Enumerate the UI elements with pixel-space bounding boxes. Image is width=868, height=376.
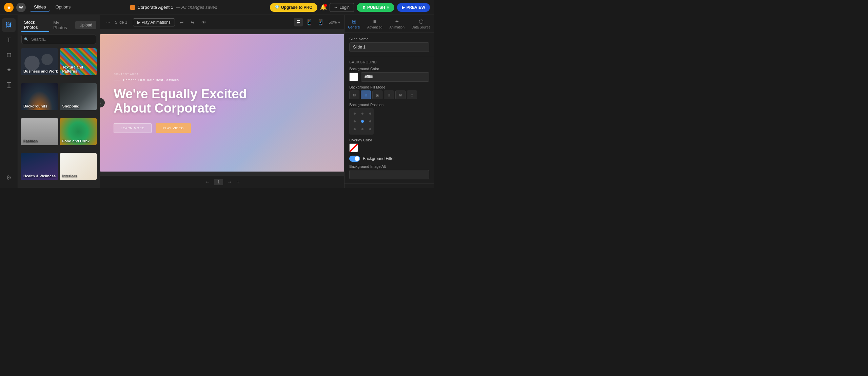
pos-topcenter[interactable] <box>359 110 366 117</box>
category-health-wellness[interactable]: Health & Wellness <box>21 153 58 180</box>
bg-filter-label: Background Filter <box>363 156 395 161</box>
notification-button[interactable]: 🔔 <box>320 4 327 11</box>
login-icon: → <box>334 5 338 10</box>
slide-name-input[interactable] <box>349 42 429 52</box>
pos-center[interactable] <box>359 118 366 125</box>
tab-advanced[interactable]: ≡ Advanced <box>364 17 385 31</box>
sidebar-item-images[interactable]: ⊡ <box>2 48 16 62</box>
upload-button[interactable]: Upload <box>75 21 96 29</box>
search-input[interactable] <box>21 35 96 44</box>
search-wrap: 🔍 <box>21 35 96 44</box>
pos-topright[interactable] <box>367 110 374 117</box>
slide-headline: We're Equally Excited About Corporate <box>114 87 331 116</box>
icon-sidebar: 🖼 T ⊡ ✦ T̲ ⚙ <box>0 15 18 188</box>
fill-mode-btn-2[interactable]: ▣ <box>372 91 382 99</box>
bg-color-swatch[interactable] <box>349 73 358 81</box>
publish-icon: ⬆ <box>362 5 366 10</box>
pos-midleft[interactable] <box>351 118 358 125</box>
search-icon: 🔍 <box>24 37 29 42</box>
undo-button[interactable]: ↩ <box>178 18 186 26</box>
zoom-control[interactable]: 50% ▾ <box>329 20 340 25</box>
preview-eye-button[interactable]: 👁 <box>199 18 208 26</box>
publish-status-dot <box>387 6 389 8</box>
file-name: Corporate Agent 1 <box>138 5 174 10</box>
slide-name-label: Slide Name <box>349 37 429 41</box>
category-business-and-work[interactable]: Business and Work <box>21 48 58 75</box>
category-texture-and-patterns[interactable]: Texture and Patterns <box>60 48 97 75</box>
preview-button[interactable]: ▶ PREVIEW <box>397 3 430 12</box>
nav-slides[interactable]: Slides <box>30 3 50 12</box>
fill-mode-btn-1[interactable]: ⊞ <box>361 91 371 99</box>
app-logo: ★ <box>4 3 14 12</box>
bg-filter-row: Background Filter <box>349 156 429 162</box>
category-label: Fashion <box>23 139 38 143</box>
fill-mode-btn-3[interactable]: ⊟ <box>384 91 394 99</box>
upgrade-button[interactable]: Upgrade to PRO <box>270 3 317 12</box>
slide-number: 1 <box>214 179 223 185</box>
pos-topleft[interactable] <box>351 110 358 117</box>
play-video-button[interactable]: PLAY VIDEO <box>156 123 191 133</box>
learn-more-button[interactable]: LEARN MORE <box>114 123 152 133</box>
sidebar-item-text[interactable]: T <box>2 33 16 47</box>
topbar-center: Corporate Agent 1 — All changes saved <box>80 5 267 10</box>
desktop-device-button[interactable]: 🖥 <box>294 18 303 26</box>
tab-animation[interactable]: ✦ Animation <box>387 16 407 31</box>
sidebar-item-photos[interactable]: 🖼 <box>2 18 16 32</box>
more-options-button[interactable]: ··· <box>104 18 112 26</box>
bg-alt-label: Background Image Alt <box>349 164 429 169</box>
slide-tagline: Demand First-Rate Best Services <box>114 78 331 82</box>
bg-alt-input[interactable] <box>349 170 429 179</box>
category-food-and-drink[interactable]: Food and Drink <box>60 118 97 145</box>
category-backgrounds[interactable]: Backgrounds <box>21 83 58 110</box>
bg-filter-toggle[interactable] <box>349 156 360 162</box>
mobile-device-button[interactable]: 📱 <box>316 18 326 26</box>
photos-tabs: Stock Photos My Photos Upload <box>18 15 100 32</box>
redo-button[interactable]: ↪ <box>189 18 197 26</box>
fill-mode-btn-4[interactable]: ⊠ <box>395 91 406 99</box>
canvas-wrap[interactable]: CONTENT AREA Demand First-Rate Best Serv… <box>100 30 344 176</box>
publish-button[interactable]: ⬆ PUBLISH <box>357 3 394 12</box>
play-animations-button[interactable]: ▶ Play Animations <box>133 18 175 26</box>
fill-mode-btn-5[interactable]: ⊡ <box>407 91 417 99</box>
category-label: Interiors <box>62 174 77 178</box>
tab-stock-photos[interactable]: Stock Photos <box>21 18 49 32</box>
photos-panel: Stock Photos My Photos Upload 🔍 Business… <box>18 15 100 188</box>
login-button[interactable]: → Login <box>330 3 354 12</box>
fill-mode-btn-0[interactable]: ⊡ <box>349 91 359 99</box>
add-slide-button[interactable]: + <box>237 179 240 185</box>
preview-icon: ▶ <box>402 5 405 10</box>
pos-botcenter[interactable] <box>359 126 366 133</box>
tab-my-photos[interactable]: My Photos <box>51 19 74 32</box>
bg-color-label: Background Color <box>349 67 429 71</box>
pos-botleft[interactable] <box>351 126 358 133</box>
category-shopping[interactable]: Shopping <box>60 83 97 110</box>
category-label: Backgrounds <box>23 104 47 108</box>
prev-slide-button[interactable]: ← <box>204 179 210 185</box>
sidebar-item-settings[interactable]: ⚙ <box>2 171 16 184</box>
tagline-dash <box>114 80 120 80</box>
overlay-color-swatch[interactable] <box>349 143 358 152</box>
sidebar-item-type[interactable]: T̲ <box>2 78 16 92</box>
tab-data-source[interactable]: ⬡ Data Source <box>409 16 433 31</box>
next-slide-button[interactable]: → <box>227 179 233 185</box>
category-interiors[interactable]: Interiors <box>60 153 97 180</box>
nav-options[interactable]: Options <box>51 3 75 12</box>
device-icons: 🖥 📱 📱 <box>294 18 326 26</box>
play-icon: ▶ <box>137 20 140 25</box>
tablet-device-button[interactable]: 📱 <box>304 18 314 26</box>
category-label: Food and Drink <box>62 139 90 143</box>
category-fashion[interactable]: Fashion <box>21 118 58 145</box>
slide-name-section: Slide Name <box>344 33 434 56</box>
tab-general[interactable]: ⊞ General <box>346 16 363 31</box>
pos-botright[interactable] <box>367 126 374 133</box>
bg-color-input[interactable] <box>361 72 429 82</box>
right-panel: ⊞ General ≡ Advanced ✦ Animation ⬡ Data … <box>344 15 434 188</box>
fill-mode-row: ⊡ ⊞ ▣ ⊟ ⊠ ⊡ <box>349 91 429 99</box>
right-panel-tabs: ⊞ General ≡ Advanced ✦ Animation ⬡ Data … <box>344 15 434 33</box>
general-tab-icon: ⊞ <box>352 18 356 25</box>
slide-indicator: Slide 1 <box>115 20 127 25</box>
sidebar-item-shapes[interactable]: ✦ <box>2 63 16 77</box>
pos-midright[interactable] <box>367 118 374 125</box>
slide-content: CONTENT AREA Demand First-Rate Best Serv… <box>100 34 344 172</box>
toggle-knob <box>355 156 359 161</box>
